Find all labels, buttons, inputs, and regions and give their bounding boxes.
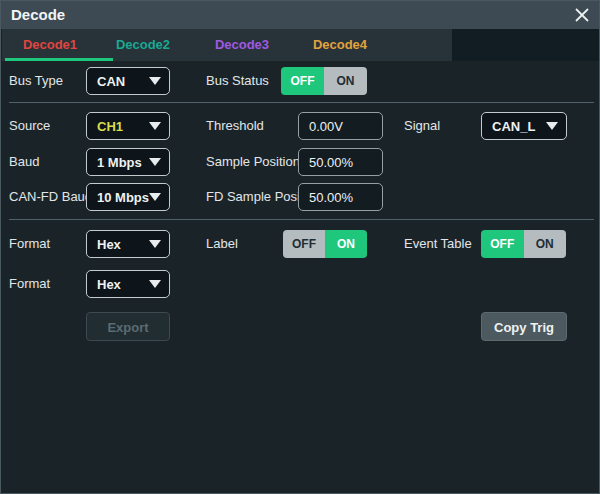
canfd-baud-dropdown[interactable]: 10 Mbps — [86, 183, 170, 211]
copy-trig-button[interactable]: Copy Trig — [481, 312, 567, 341]
bus-type-dropdown[interactable]: CAN — [86, 67, 170, 95]
source-dropdown[interactable]: CH1 — [86, 112, 170, 140]
bus-type-label: Bus Type — [9, 67, 63, 95]
format-label: Format — [9, 230, 50, 258]
label-toggle-label: Label — [206, 230, 238, 258]
decode-dialog: Decode Decode1 Decode2 Decode3 Decode4 B… — [0, 0, 600, 494]
format-value: Hex — [97, 237, 149, 252]
signal-dropdown[interactable]: CAN_L — [481, 112, 567, 140]
bus-type-value: CAN — [97, 74, 149, 89]
signal-value: CAN_L — [492, 119, 546, 134]
label-on-button[interactable]: ON — [325, 230, 367, 258]
sample-position-input[interactable]: 50.00% — [298, 148, 383, 176]
signal-label: Signal — [404, 112, 440, 140]
sample-position-value: 50.00% — [309, 155, 353, 170]
baud-value: 1 Mbps — [97, 155, 149, 170]
tab-decode2[interactable]: Decode2 — [95, 29, 191, 61]
tab-decode3[interactable]: Decode3 — [194, 29, 290, 61]
title-bar: Decode — [1, 1, 600, 29]
canfd-baud-value: 10 Mbps — [97, 190, 149, 205]
chevron-down-icon — [149, 280, 161, 288]
chevron-down-icon — [149, 158, 161, 166]
active-tab-indicator — [5, 58, 113, 61]
divider — [9, 219, 594, 220]
fd-sample-position-value: 50.00% — [309, 190, 353, 205]
bus-status-label: Bus Status — [206, 67, 269, 95]
dialog-title: Decode — [11, 1, 65, 29]
source-label: Source — [9, 112, 50, 140]
divider — [9, 102, 594, 103]
format2-dropdown[interactable]: Hex — [86, 270, 170, 298]
bus-status-on-button[interactable]: ON — [324, 67, 367, 95]
threshold-input[interactable]: 0.00V — [298, 112, 383, 140]
chevron-down-icon — [149, 122, 161, 130]
label-toggle: OFF ON — [283, 230, 367, 258]
format2-label: Format — [9, 270, 50, 298]
format-dropdown[interactable]: Hex — [86, 230, 170, 258]
export-button[interactable]: Export — [86, 312, 170, 341]
sample-position-label: Sample Position — [206, 148, 300, 176]
threshold-label: Threshold — [206, 112, 264, 140]
event-table-label: Event Table — [404, 230, 472, 258]
tab-strip-right-filler — [452, 29, 600, 61]
threshold-value: 0.00V — [309, 119, 343, 134]
chevron-down-icon — [546, 122, 558, 130]
event-table-on-button[interactable]: ON — [524, 230, 567, 258]
canfd-baud-label: CAN-FD Baud — [9, 183, 92, 211]
bus-status-off-button[interactable]: OFF — [281, 67, 324, 95]
chevron-down-icon — [149, 193, 161, 201]
close-icon[interactable] — [571, 4, 593, 26]
chevron-down-icon — [149, 77, 161, 85]
source-value: CH1 — [97, 119, 149, 134]
label-off-button[interactable]: OFF — [283, 230, 325, 258]
event-table-toggle: OFF ON — [481, 230, 566, 258]
baud-dropdown[interactable]: 1 Mbps — [86, 148, 170, 176]
chevron-down-icon — [149, 240, 161, 248]
format2-value: Hex — [97, 277, 149, 292]
tab-decode1[interactable]: Decode1 — [2, 29, 98, 61]
event-table-off-button[interactable]: OFF — [481, 230, 524, 258]
bus-status-toggle: OFF ON — [281, 67, 367, 95]
fd-sample-position-input[interactable]: 50.00% — [298, 183, 383, 211]
baud-label: Baud — [9, 148, 39, 176]
tab-decode4[interactable]: Decode4 — [292, 29, 388, 61]
